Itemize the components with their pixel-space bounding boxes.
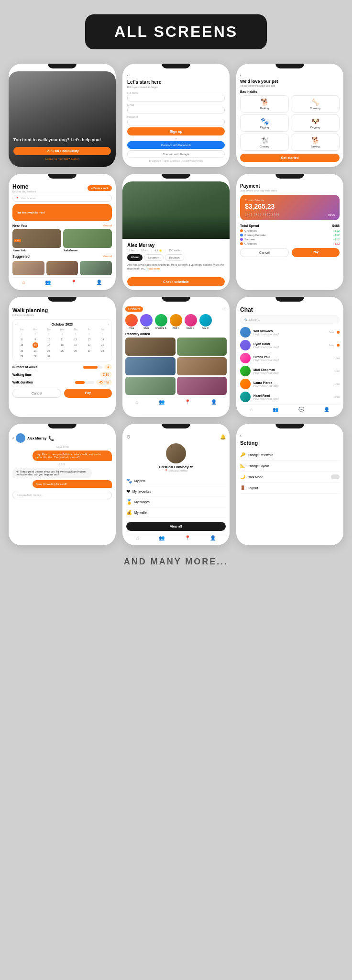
message-input[interactable]: Can you help me out... bbox=[12, 491, 112, 499]
pay-button[interactable]: Pay bbox=[292, 248, 340, 257]
msg-bubble-in-1: Hi! That's great! Let me show you. I'd l… bbox=[12, 468, 92, 478]
dark-mode-toggle[interactable] bbox=[331, 474, 340, 479]
suggested-card-3[interactable] bbox=[80, 261, 112, 275]
filter-icon[interactable]: ⊞ bbox=[223, 307, 227, 311]
dot-4 bbox=[240, 242, 243, 245]
habit-chasing[interactable]: 🐩 Chasing bbox=[240, 134, 289, 151]
edit-icon[interactable]: ✏ bbox=[190, 465, 193, 469]
nav-profile-chat[interactable]: 👤 bbox=[324, 407, 330, 412]
nav-home-profile[interactable]: ⌂ bbox=[136, 535, 139, 541]
habit-barking2[interactable]: 🐕 Barking bbox=[291, 134, 340, 151]
chat-item-6[interactable]: Hazel Reed Hey! How's your dog? 2min bbox=[240, 392, 340, 402]
view-all-button[interactable]: View all bbox=[126, 522, 226, 531]
chat-item-4[interactable]: Matt Chapman Hey! How's your dog? 1min bbox=[240, 366, 340, 376]
cal-next-button[interactable]: › bbox=[108, 322, 109, 327]
back-arrow-signup[interactable]: ‹ bbox=[127, 73, 225, 78]
walker-card-1[interactable]: 8.1% Mason York bbox=[12, 229, 61, 252]
nav-walkers-profile[interactable]: 👥 bbox=[159, 535, 165, 541]
photo-3[interactable] bbox=[125, 357, 176, 375]
suggested-card-1[interactable] bbox=[12, 261, 44, 275]
nav-map-profile[interactable]: 📍 bbox=[185, 535, 190, 541]
walking-time-label: Walking time bbox=[12, 373, 32, 376]
pay-planning-button[interactable]: Pay bbox=[64, 389, 112, 398]
notification-icon[interactable]: 🔔 bbox=[220, 434, 226, 439]
walker-circle-item-6[interactable]: Star R. bbox=[199, 314, 212, 329]
nav-map-photos[interactable]: 📍 bbox=[185, 399, 190, 405]
photo-6[interactable] bbox=[177, 377, 227, 395]
view-all-near[interactable]: View all bbox=[103, 224, 112, 227]
nav-home-photos[interactable]: ⌂ bbox=[135, 399, 138, 405]
photo-4[interactable] bbox=[177, 357, 227, 375]
walker-circle-item-2[interactable]: Olivia bbox=[140, 314, 153, 329]
settings-change-password[interactable]: 🔑 Change Password bbox=[240, 450, 340, 461]
menu-my-favourites[interactable]: ❤ My favourites bbox=[126, 486, 226, 497]
join-button[interactable]: Join Our Community bbox=[13, 147, 111, 155]
menu-my-badges[interactable]: 🏅 My badges bbox=[126, 497, 226, 507]
habit-label-5: Chasing bbox=[260, 145, 269, 148]
book-walk-button[interactable]: + Book a walk bbox=[88, 185, 112, 191]
view-all-suggested[interactable]: View all bbox=[103, 255, 112, 259]
settings-icon[interactable]: ⚙ bbox=[126, 434, 131, 439]
tab-about[interactable]: About bbox=[127, 254, 143, 261]
walker-circle-item-5[interactable]: Marie O. bbox=[185, 314, 197, 329]
photo-2[interactable] bbox=[177, 338, 227, 356]
msg-phone-icon[interactable]: 📞 bbox=[48, 436, 54, 441]
nav-profile-photos[interactable]: 👤 bbox=[211, 399, 217, 405]
menu-my-wallet[interactable]: 💰 My wallet bbox=[126, 507, 226, 518]
chat-search-bar[interactable]: 🔍 Search... bbox=[240, 315, 340, 324]
chat-item-5[interactable]: Laura Pierce Hey! How's your dog? 1min bbox=[240, 379, 340, 389]
nav-discover-photos[interactable]: 👥 bbox=[159, 399, 165, 405]
nav-profile-icon-active[interactable]: 👤 bbox=[210, 535, 216, 541]
walker-card-2[interactable]: Mark Greene bbox=[63, 229, 112, 252]
nav-chat-icon[interactable]: 💬 bbox=[298, 407, 304, 412]
habit-chewing[interactable]: 🦴 Chewing bbox=[291, 95, 340, 113]
phone-notch-7 bbox=[48, 297, 77, 302]
chat-item-1[interactable]: Will Knowles Hey! How's your dog? 1min bbox=[240, 327, 340, 338]
cancel-planning-button[interactable]: Cancel bbox=[12, 389, 61, 398]
facebook-button[interactable]: Connect with Facebook bbox=[127, 141, 225, 149]
nav-profile-icon[interactable]: 👤 bbox=[96, 280, 102, 285]
chat-item-2[interactable]: Ryan Bond Hey! How's your dog? 1min bbox=[240, 340, 340, 350]
input-email[interactable] bbox=[127, 107, 225, 113]
walker-circle-item-1[interactable]: Yaya bbox=[125, 314, 138, 329]
cancel-payment-button[interactable]: Cancel bbox=[240, 248, 289, 257]
walks-slider[interactable] bbox=[83, 366, 102, 369]
tab-reviews[interactable]: Reviews bbox=[165, 254, 184, 261]
nav-home-chat[interactable]: ⌂ bbox=[250, 407, 253, 412]
back-button-settings[interactable]: ‹ bbox=[240, 433, 340, 438]
walker-label-3: Charlotta S. bbox=[155, 327, 167, 329]
habit-barking[interactable]: 🐕 Barking bbox=[240, 95, 289, 113]
walker-circle-item-4[interactable]: Aron F. bbox=[170, 314, 182, 329]
input-name[interactable] bbox=[127, 95, 225, 101]
settings-logout[interactable]: 🚪 LogOut bbox=[240, 483, 340, 494]
photo-1[interactable] bbox=[125, 338, 176, 356]
signup-button[interactable]: Sign up bbox=[127, 127, 225, 135]
habit-digging[interactable]: 🐾 Digging bbox=[240, 114, 289, 132]
get-started-button[interactable]: Get started bbox=[240, 154, 340, 162]
suggested-card-2[interactable] bbox=[46, 261, 78, 275]
back-button-msg[interactable]: ‹ bbox=[12, 436, 14, 440]
nav-walkers-icon[interactable]: 👥 bbox=[45, 280, 51, 285]
duration-slider[interactable] bbox=[75, 381, 94, 384]
walker-circle-item-3[interactable]: Charlotta S. bbox=[155, 314, 167, 329]
cal-prev-button[interactable]: ‹ bbox=[15, 322, 17, 327]
google-button[interactable]: Connect with Google bbox=[127, 150, 225, 158]
chat-avatar-5 bbox=[240, 379, 251, 389]
habit-begging[interactable]: 🐶 Begging bbox=[291, 114, 340, 132]
check-schedule-button[interactable]: Check schedule bbox=[127, 277, 225, 286]
back-arrow-habits[interactable]: ‹ bbox=[240, 73, 340, 78]
nav-map-icon[interactable]: 📍 bbox=[71, 280, 77, 285]
input-password[interactable] bbox=[127, 119, 225, 125]
nav-home-icon[interactable]: ⌂ bbox=[22, 280, 25, 285]
location-search[interactable]: 📍 Your location... bbox=[12, 195, 112, 202]
tab-location[interactable]: Location bbox=[144, 254, 164, 261]
read-more-link[interactable]: Read more bbox=[147, 267, 160, 270]
settings-dark-mode[interactable]: 🌙 Dark Mode bbox=[240, 472, 340, 483]
today-indicator[interactable]: 16 bbox=[33, 342, 38, 348]
walker-badge-1: 8.1% bbox=[14, 239, 21, 242]
menu-my-pets[interactable]: 🐾 My pets bbox=[126, 476, 226, 486]
settings-change-layout[interactable]: 📐 Change Layout bbox=[240, 461, 340, 472]
chat-item-3[interactable]: Sirena Paul Hey! How's your dog? 1min bbox=[240, 353, 340, 363]
photo-5[interactable] bbox=[125, 377, 176, 395]
nav-walkers-chat[interactable]: 👥 bbox=[273, 407, 278, 412]
